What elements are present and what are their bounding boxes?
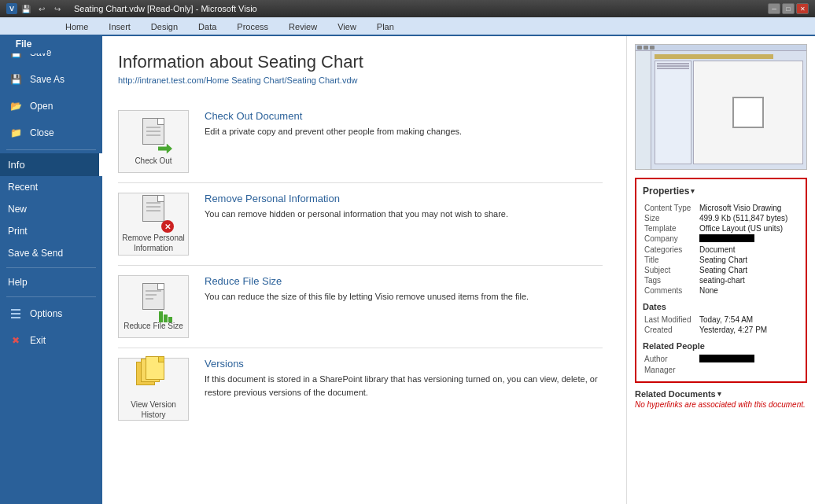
properties-header: Properties ▾ xyxy=(643,186,799,197)
author-redacted xyxy=(699,355,754,362)
exit-icon: ✖ xyxy=(8,333,24,348)
window-controls: ─ □ ✕ xyxy=(768,3,809,14)
related-docs-message: No hyperlinks are associated with this d… xyxy=(635,400,807,409)
date-created: Created Yesterday, 4:27 PM xyxy=(643,325,799,335)
checkout-title: Check Out Document xyxy=(205,110,462,122)
prop-subject: Subject Seating Chart xyxy=(643,265,799,275)
sidebar: 💾 Save 💾 Save As 📂 Open 📁 Close Info Rec… xyxy=(0,36,102,504)
svg-rect-2 xyxy=(11,317,20,318)
sidebar-item-close[interactable]: 📁 Close xyxy=(0,120,102,146)
reduce-size-desc: You can reduce the size of this file by … xyxy=(205,290,529,304)
app-icon: V xyxy=(6,3,17,14)
page-url: http://intranet.test.com/Home Seating Ch… xyxy=(118,75,603,85)
quick-access-toolbar: V 💾 ↩ ↪ xyxy=(6,2,65,15)
svg-rect-1 xyxy=(11,313,20,315)
reduce-size-icon-box[interactable]: Reduce File Size xyxy=(118,275,189,338)
tab-home[interactable]: Home xyxy=(55,17,98,35)
related-documents-panel: Related Documents ▾ No hyperlinks are as… xyxy=(635,389,807,409)
content-area: Information about Seating Chart http://i… xyxy=(102,36,626,504)
redo-btn[interactable]: ↪ xyxy=(50,2,65,15)
page-title: Information about Seating Chart xyxy=(118,52,603,72)
sidebar-item-options[interactable]: Options xyxy=(0,300,102,327)
close-btn[interactable]: ✕ xyxy=(796,3,809,14)
person-author: Author xyxy=(643,354,799,365)
options-icon xyxy=(8,306,24,322)
main-container: 💾 Save 💾 Save As 📂 Open 📁 Close Info Rec… xyxy=(0,36,815,504)
document-preview xyxy=(635,44,807,170)
tab-insert[interactable]: Insert xyxy=(98,17,141,35)
dates-header: Dates xyxy=(643,302,799,311)
maximize-btn[interactable]: □ xyxy=(782,3,795,14)
title-text: Seating Chart.vdw [Read-Only] - Microsof… xyxy=(74,4,257,13)
title-bar: V 💾 ↩ ↪ Seating Chart.vdw [Read-Only] - … xyxy=(0,0,815,17)
sidebar-item-print[interactable]: Print xyxy=(0,220,102,242)
close-folder-icon: 📁 xyxy=(8,125,24,141)
minimize-btn[interactable]: ─ xyxy=(768,3,780,14)
company-redacted xyxy=(699,234,754,242)
related-people-table: Author Manager xyxy=(643,354,799,375)
reduce-size-label: Reduce File Size xyxy=(124,321,183,331)
person-manager: Manager xyxy=(643,365,799,375)
sidebar-item-new[interactable]: New xyxy=(0,198,102,220)
ribbon-tabs: Home Insert Design Data Process Review V… xyxy=(0,17,404,35)
open-icon: 📂 xyxy=(8,98,24,114)
tab-review[interactable]: Review xyxy=(278,17,327,35)
prop-content-type: Content Type Microsoft Visio Drawing xyxy=(643,203,799,213)
remove-personal-desc: You can remove hidden or personal inform… xyxy=(205,208,508,221)
sidebar-item-save-send[interactable]: Save & Send xyxy=(0,242,102,264)
svg-rect-0 xyxy=(11,309,20,311)
properties-table: Content Type Microsoft Visio Drawing Siz… xyxy=(643,203,799,296)
versions-label: View Version History xyxy=(131,399,176,420)
remove-personal-title: Remove Personal Information xyxy=(205,193,508,204)
sidebar-item-help[interactable]: Help xyxy=(0,271,102,293)
file-tab-area: File xyxy=(0,35,102,53)
tab-data[interactable]: Data xyxy=(188,17,227,35)
reduce-size-text: Reduce File Size You can reduce the size… xyxy=(205,275,529,304)
versions-title: Versions xyxy=(205,358,603,370)
action-reduce-size: Reduce File Size Reduce File Size You ca… xyxy=(118,266,603,348)
tab-process[interactable]: Process xyxy=(227,17,278,35)
action-checkout: Check Out Check Out Document Edit a priv… xyxy=(118,101,603,183)
action-remove-personal: ✕ Remove Personal Information Remove Per… xyxy=(118,183,603,266)
tab-plan[interactable]: Plan xyxy=(367,17,404,35)
sidebar-item-info[interactable]: Info xyxy=(0,153,102,176)
checkout-icon-box[interactable]: Check Out xyxy=(118,110,189,173)
remove-personal-label: Remove Personal Information xyxy=(122,233,184,253)
sidebar-item-save-as[interactable]: 💾 Save As xyxy=(0,66,102,93)
prop-categories: Categories Document xyxy=(643,245,799,255)
prop-comments: Comments None xyxy=(643,285,799,296)
properties-panel: Properties ▾ Content Type Microsoft Visi… xyxy=(635,178,807,383)
prop-company: Company xyxy=(643,234,799,245)
versions-icon-box[interactable]: View Version History xyxy=(118,358,189,421)
save-quick-btn[interactable]: 💾 xyxy=(19,2,33,15)
sidebar-item-open[interactable]: 📂 Open xyxy=(0,93,102,120)
checkout-text: Check Out Document Edit a private copy a… xyxy=(205,110,462,138)
sidebar-sep-3 xyxy=(6,296,96,297)
checkout-label: Check Out xyxy=(135,156,171,166)
file-tab[interactable]: File xyxy=(0,35,47,53)
checkout-desc: Edit a private copy and prevent other pe… xyxy=(205,125,462,138)
tab-view[interactable]: View xyxy=(327,17,367,35)
reduce-size-title: Reduce File Size xyxy=(205,275,529,287)
prop-tags: Tags seating-chart xyxy=(643,275,799,285)
sidebar-sep-1 xyxy=(6,149,96,150)
date-modified: Last Modified Today, 7:54 AM xyxy=(643,315,799,325)
dates-table: Last Modified Today, 7:54 AM Created Yes… xyxy=(643,315,799,335)
prop-size: Size 499.9 Kb (511,847 bytes) xyxy=(643,213,799,223)
sidebar-item-exit[interactable]: ✖ Exit xyxy=(0,327,102,354)
versions-desc: If this document is stored in a SharePoi… xyxy=(205,373,603,399)
related-docs-header: Related Documents ▾ xyxy=(635,389,807,399)
prop-template: Template Office Layout (US units) xyxy=(643,223,799,234)
prop-title: Title Seating Chart xyxy=(643,255,799,265)
remove-personal-icon-box[interactable]: ✕ Remove Personal Information xyxy=(118,193,189,256)
versions-text: Versions If this document is stored in a… xyxy=(205,358,603,399)
sidebar-sep-2 xyxy=(6,267,96,268)
active-indicator xyxy=(99,153,102,176)
undo-btn[interactable]: ↩ xyxy=(35,2,49,15)
tab-design[interactable]: Design xyxy=(141,17,188,35)
related-people-header: Related People xyxy=(643,341,799,351)
action-versions: View Version History Versions If this do… xyxy=(118,348,603,430)
remove-personal-text: Remove Personal Information You can remo… xyxy=(205,193,508,221)
sidebar-item-recent[interactable]: Recent xyxy=(0,176,102,198)
save-as-icon: 💾 xyxy=(8,72,24,87)
